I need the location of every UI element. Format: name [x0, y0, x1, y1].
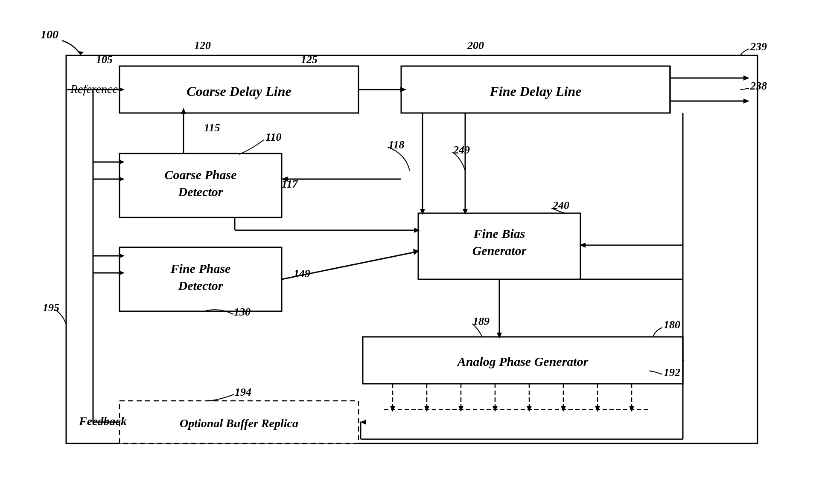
ref-105: 105 — [96, 53, 113, 66]
coarse-delay-label: Coarse Delay Line — [187, 84, 291, 99]
ref-100: 100 — [41, 28, 58, 41]
ref-195: 195 — [43, 301, 59, 314]
diagram-container: Coarse Delay Line Fine Delay Line Coarse… — [0, 0, 816, 504]
ref-189: 189 — [473, 315, 490, 327]
ref-200: 200 — [467, 39, 484, 52]
ref-125: 125 — [301, 53, 318, 66]
analog-phase-label: Analog Phase Generator — [457, 354, 589, 368]
ref-194: 194 — [235, 386, 251, 398]
ref-120: 120 — [194, 39, 211, 52]
ref-115: 115 — [204, 122, 220, 134]
fine-bias-label2: Generator — [472, 243, 527, 258]
ref-180: 180 — [664, 319, 680, 331]
ref-192: 192 — [664, 366, 680, 379]
fine-phase-label2: Detector — [178, 278, 223, 293]
fine-phase-label1: Fine Phase — [170, 261, 231, 275]
ref-130: 130 — [234, 306, 251, 318]
ref-118: 118 — [388, 139, 405, 151]
feedback-label: Feedback — [79, 414, 127, 428]
ref-238: 238 — [750, 80, 767, 92]
coarse-phase-label2: Detector — [178, 185, 223, 199]
optional-buffer-label: Optional Buffer Replica — [180, 417, 298, 430]
ref-239: 239 — [750, 41, 767, 53]
coarse-phase-label1: Coarse Phase — [164, 168, 236, 182]
fine-delay-label: Fine Delay Line — [489, 84, 581, 99]
ref-110: 110 — [265, 131, 282, 143]
fine-bias-label1: Fine Bias — [473, 226, 525, 240]
